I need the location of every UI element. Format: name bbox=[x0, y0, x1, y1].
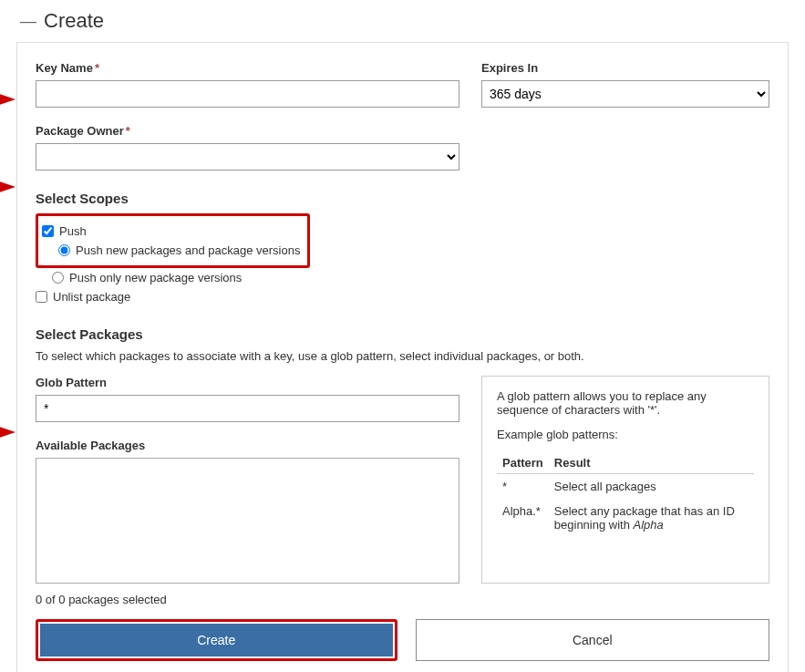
available-packages-label: Available Packages bbox=[36, 439, 459, 452]
select-packages-help: To select which packages to associate wi… bbox=[36, 349, 769, 363]
expires-in-label: Expires In bbox=[481, 61, 769, 75]
table-row: Alpha.* Select any package that has an I… bbox=[497, 499, 754, 537]
key-name-input[interactable] bbox=[36, 80, 459, 108]
available-packages-list[interactable] bbox=[36, 458, 459, 584]
push-checkbox[interactable] bbox=[42, 225, 54, 237]
unlist-label: Unlist package bbox=[53, 290, 130, 304]
page-title: Create bbox=[44, 9, 104, 33]
scopes-highlight-box: Push Push new packages and package versi… bbox=[36, 213, 310, 268]
expires-in-select[interactable]: 365 days bbox=[481, 80, 769, 108]
push-only-versions-label: Push only new package versions bbox=[69, 271, 242, 284]
push-new-and-versions-radio[interactable] bbox=[58, 244, 70, 256]
push-only-versions-radio[interactable] bbox=[52, 272, 64, 284]
package-owner-select[interactable] bbox=[36, 143, 459, 171]
package-owner-label: Package Owner* bbox=[36, 124, 459, 138]
glob-help-examples-title: Example glob patterns: bbox=[497, 428, 754, 441]
callout-arrow-glob bbox=[0, 427, 15, 438]
result-col-header: Result bbox=[549, 452, 754, 474]
push-new-and-versions-label: Push new packages and package versions bbox=[76, 243, 300, 257]
page-header[interactable]: — Create bbox=[0, 0, 805, 42]
glob-pattern-input[interactable] bbox=[36, 395, 459, 422]
glob-pattern-table: Pattern Result * Select all packages Alp… bbox=[497, 452, 754, 537]
select-scopes-title: Select Scopes bbox=[36, 191, 769, 206]
pattern-col-header: Pattern bbox=[497, 452, 549, 474]
create-button-highlight: Create bbox=[36, 619, 397, 661]
glob-help-panel: A glob pattern allows you to replace any… bbox=[481, 376, 769, 584]
glob-help-intro: A glob pattern allows you to replace any… bbox=[497, 389, 754, 417]
glob-pattern-label: Glob Pattern bbox=[36, 376, 459, 389]
table-row: * Select all packages bbox=[497, 474, 754, 500]
cancel-button[interactable]: Cancel bbox=[416, 619, 770, 661]
push-label: Push bbox=[59, 224, 87, 238]
callout-arrow-keyname bbox=[0, 94, 15, 105]
create-button[interactable]: Create bbox=[40, 624, 393, 656]
select-packages-title: Select Packages bbox=[36, 326, 769, 342]
callout-arrow-owner bbox=[0, 181, 15, 192]
unlist-checkbox[interactable] bbox=[36, 291, 47, 303]
collapse-icon: — bbox=[20, 12, 36, 31]
create-panel: Key Name* Expires In 365 days Package Ow… bbox=[16, 42, 789, 672]
packages-selected-count: 0 of 0 packages selected bbox=[36, 593, 769, 606]
key-name-label: Key Name* bbox=[36, 61, 459, 75]
